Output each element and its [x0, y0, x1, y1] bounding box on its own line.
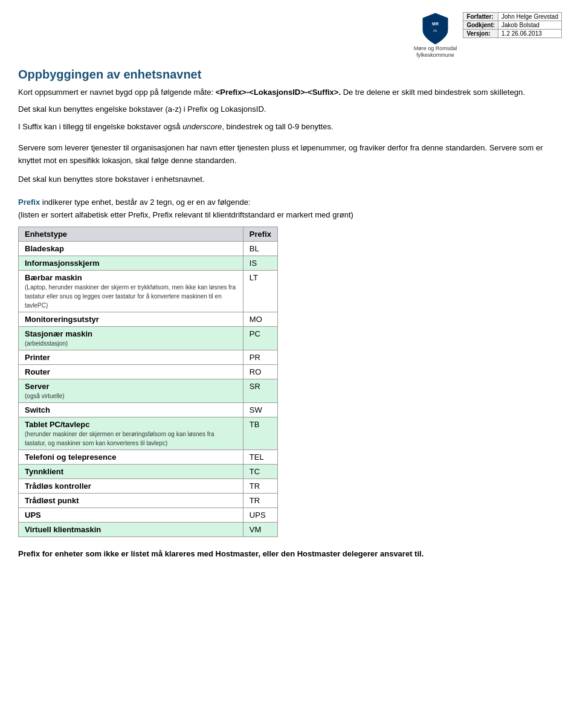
table-row: PrinterPR: [19, 350, 278, 364]
body-para-2: Det skal kun benyttes store bokstaver i …: [18, 173, 562, 186]
shield-logo: MR FK: [422, 12, 449, 45]
type-name: Router: [25, 367, 50, 376]
table-row: SwitchSW: [19, 402, 278, 417]
type-name: Tynnklient: [25, 467, 63, 476]
type-name: Switch: [25, 405, 50, 414]
table-row: BladeskapBL: [19, 241, 278, 256]
prefix-note: (listen er sortert alfabetisk etter Pref…: [18, 210, 353, 219]
type-name: UPS: [25, 511, 41, 520]
col-header-prefix: Prefix: [243, 227, 277, 241]
type-name: Trådløs kontroller: [25, 482, 91, 491]
cell-type: Bladeskap: [19, 241, 243, 256]
type-sub: (herunder maskiner der skjermen er berør…: [25, 431, 214, 446]
header-logo-meta: MR FK Møre og Romsdal fylkeskommune Forf…: [414, 12, 562, 59]
meta-value-approved: Jakob Bolstad: [498, 21, 562, 30]
table-row: Telefoni og telepresenceTEL: [19, 449, 278, 464]
prefix-word: Prefix: [18, 198, 40, 207]
cell-type: Printer: [19, 350, 243, 364]
cell-type: Tynnklient: [19, 464, 243, 478]
prefix-rest: indikerer type enhet, består av 2 tegn, …: [40, 198, 250, 207]
intro-line1: Kort oppsummert er navnet bygd opp på fø…: [18, 88, 216, 97]
type-name: Tablet PC/tavlepc: [25, 420, 89, 429]
cell-prefix: VM: [243, 522, 277, 536]
cell-type: Virtuell klientmaskin: [19, 522, 243, 536]
table-row: Tablet PC/tavlepc(herunder maskiner der …: [19, 417, 278, 449]
footer-note: Prefix for enheter som ikke er listet må…: [18, 548, 562, 560]
table-row: Virtuell klientmaskinVM: [19, 522, 278, 536]
intro-italic: underscore: [182, 122, 222, 131]
logo-caption: Møre og Romsdal fylkeskommune: [414, 45, 457, 59]
cell-prefix: SR: [243, 379, 277, 402]
type-name: Printer: [25, 353, 50, 362]
intro-line4-post: , bindestrek og tall 0-9 benyttes.: [222, 122, 333, 131]
cell-prefix: TB: [243, 417, 277, 449]
intro-line2: De tre delene er skilt med bindestrek so…: [343, 88, 525, 97]
intro-bold: <Prefix>-<LokasjonsID>-<Suffix>.: [216, 88, 341, 97]
type-name: Monitoreringsutstyr: [25, 315, 99, 324]
type-name: Bærbar maskin: [25, 273, 82, 282]
table-row: Trådløst punktTR: [19, 493, 278, 507]
table-row: Server(også virtuelle)SR: [19, 379, 278, 402]
meta-table: Forfatter: John Helge Grevstad Godkjent:…: [463, 12, 562, 38]
cell-prefix: TC: [243, 464, 277, 478]
cell-type: Tablet PC/tavlepc(herunder maskiner der …: [19, 417, 243, 449]
cell-type: Stasjonær maskin(arbeidsstasjon): [19, 326, 243, 350]
cell-prefix: BL: [243, 241, 277, 256]
cell-prefix: LT: [243, 270, 277, 312]
type-name: Trådløst punkt: [25, 496, 79, 505]
intro-para-3: I Suffix kan i tillegg til engelske boks…: [18, 121, 562, 134]
type-name: Server: [25, 382, 49, 391]
table-row: Bærbar maskin(Laptop, herunder maskiner …: [19, 270, 278, 312]
cell-prefix: RO: [243, 364, 277, 379]
cell-type: Trådløst punkt: [19, 493, 243, 507]
cell-type: Monitoreringsutstyr: [19, 312, 243, 326]
cell-prefix: IS: [243, 256, 277, 270]
table-row: InformasjonsskjermIS: [19, 256, 278, 270]
cell-prefix: TR: [243, 493, 277, 507]
svg-text:MR: MR: [432, 22, 439, 26]
table-row: Stasjonær maskin(arbeidsstasjon)PC: [19, 326, 278, 350]
prefix-table: Enhetstype Prefix BladeskapBLInformasjon…: [18, 227, 278, 537]
type-name: Stasjonær maskin: [25, 329, 92, 338]
type-name: Bladeskap: [25, 244, 64, 253]
cell-prefix: UPS: [243, 507, 277, 522]
meta-label-approved: Godkjent:: [463, 21, 498, 30]
cell-type: Switch: [19, 402, 243, 417]
meta-label-author: Forfatter:: [463, 13, 498, 21]
cell-prefix: TR: [243, 478, 277, 493]
table-row: RouterRO: [19, 364, 278, 379]
type-sub: (også virtuelle): [25, 393, 65, 399]
type-name: Informasjonsskjerm: [25, 259, 100, 268]
intro-para-1: Kort oppsummert er navnet bygd opp på fø…: [18, 86, 562, 99]
svg-text:FK: FK: [433, 29, 437, 33]
cell-prefix: MO: [243, 312, 277, 326]
meta-value-version: 1.2 26.06.2013: [498, 30, 562, 38]
cell-type: Server(også virtuelle): [19, 379, 243, 402]
logo-area: MR FK Møre og Romsdal fylkeskommune: [414, 12, 457, 59]
cell-type: Bærbar maskin(Laptop, herunder maskiner …: [19, 270, 243, 312]
col-header-type: Enhetstype: [19, 227, 243, 241]
body-para-1: Servere som leverer tjenester til organi…: [18, 142, 562, 167]
table-row: Trådløs kontrollerTR: [19, 478, 278, 493]
cell-prefix: PC: [243, 326, 277, 350]
cell-type: Router: [19, 364, 243, 379]
page-title: Oppbyggingen av enhetsnavnet: [18, 68, 562, 82]
type-name: Virtuell klientmaskin: [25, 525, 101, 534]
cell-type: Informasjonsskjerm: [19, 256, 243, 270]
cell-type: Telefoni og telepresence: [19, 449, 243, 464]
meta-label-version: Versjon:: [463, 30, 498, 38]
cell-prefix: PR: [243, 350, 277, 364]
meta-value-author: John Helge Grevstad: [498, 13, 562, 21]
cell-prefix: SW: [243, 402, 277, 417]
cell-type: UPS: [19, 507, 243, 522]
table-row: TynnklientTC: [19, 464, 278, 478]
cell-prefix: TEL: [243, 449, 277, 464]
table-row: MonitoreringsutstyrMO: [19, 312, 278, 326]
header: MR FK Møre og Romsdal fylkeskommune Forf…: [18, 12, 562, 59]
type-sub: (Laptop, herunder maskiner der skjerm er…: [25, 284, 236, 309]
intro-line4-pre: I Suffix kan i tillegg til engelske boks…: [18, 122, 182, 131]
prefix-intro-text: Prefix indikerer type enhet, består av 2…: [18, 196, 562, 222]
type-name: Telefoni og telepresence: [25, 453, 116, 462]
intro-para-2: Det skal kun benyttes engelske bokstaver…: [18, 103, 562, 116]
table-row: UPSUPS: [19, 507, 278, 522]
